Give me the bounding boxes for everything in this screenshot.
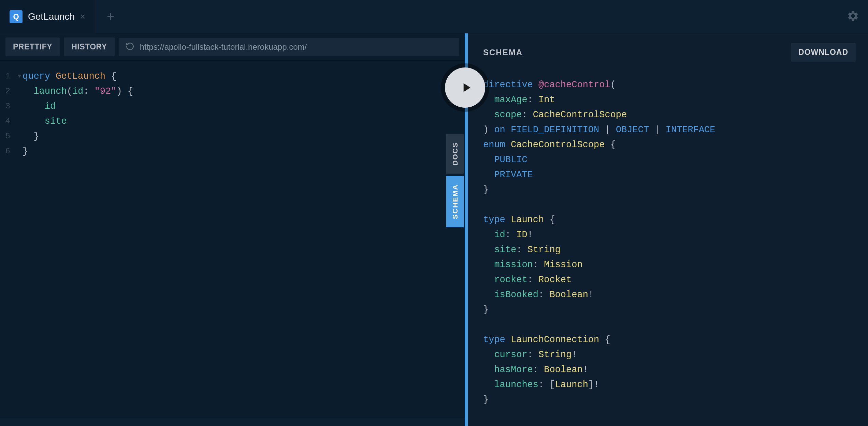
editor-line[interactable]: 3 id: [0, 99, 465, 114]
schema-line: directive @cacheControl(: [483, 77, 853, 92]
download-button[interactable]: DOWNLOAD: [791, 43, 856, 62]
fold-icon: [16, 114, 23, 129]
side-tabs: DOCS SCHEMA: [446, 134, 464, 227]
editor-column: PRETTIFY HISTORY https://apollo-fullstac…: [0, 33, 465, 426]
code: query GetLaunch {: [23, 69, 116, 84]
query-icon: Q: [10, 10, 23, 23]
schema-line: hasMore: Boolean!: [483, 362, 853, 377]
schema-line: id: ID!: [483, 227, 853, 242]
schema-line: [483, 197, 853, 212]
fold-icon: [16, 129, 23, 144]
schema-line: rocket: Rocket: [483, 272, 853, 287]
schema-line: type Launch {: [483, 212, 853, 227]
schema-line: scope: CacheControlScope: [483, 107, 853, 122]
tab-title: GetLaunch: [28, 11, 75, 22]
prettify-button[interactable]: PRETTIFY: [5, 37, 60, 56]
main: PRETTIFY HISTORY https://apollo-fullstac…: [0, 33, 868, 426]
editor-line[interactable]: 1▼query GetLaunch {: [0, 69, 465, 84]
schema-line: launches: [Launch]!: [483, 377, 853, 392]
line-number: 5: [4, 129, 16, 144]
schema-line: ) on FIELD_DEFINITION | OBJECT | INTERFA…: [483, 122, 853, 137]
schema-line: }: [483, 302, 853, 317]
line-number: 3: [4, 99, 16, 114]
schema-title: SCHEMA: [483, 48, 523, 57]
schema-line: enum CacheControlScope {: [483, 137, 853, 152]
schema-line: mission: Mission: [483, 257, 853, 272]
schema-line: type LaunchConnection {: [483, 332, 853, 347]
history-button[interactable]: HISTORY: [64, 37, 114, 56]
tab-bar: Q GetLaunch × +: [0, 0, 868, 33]
new-tab-button[interactable]: +: [95, 0, 126, 33]
url-bar[interactable]: https://apollo-fullstack-tutorial.heroku…: [119, 38, 459, 56]
fold-icon: [16, 144, 23, 159]
line-number: 6: [4, 144, 16, 159]
bottom-bar: [0, 418, 465, 426]
line-number: 4: [4, 114, 16, 129]
line-number: 2: [4, 84, 16, 99]
schema-line: isBooked: Boolean!: [483, 287, 853, 302]
fold-icon: [16, 84, 23, 99]
editor-line[interactable]: 4 site: [0, 114, 465, 129]
editor-line[interactable]: 5 }: [0, 129, 465, 144]
code: id: [23, 99, 56, 114]
schema-line: maxAge: Int: [483, 92, 853, 107]
editor-line[interactable]: 6}: [0, 144, 465, 159]
gear-icon[interactable]: [847, 10, 859, 24]
editor-line[interactable]: 2 launch(id: "92") {: [0, 84, 465, 99]
query-editor[interactable]: 1▼query GetLaunch {2 launch(id: "92") {3…: [0, 61, 465, 426]
schema-line: }: [483, 392, 853, 407]
fold-icon: [16, 99, 23, 114]
fold-icon[interactable]: ▼: [16, 69, 23, 84]
url-text: https://apollo-fullstack-tutorial.heroku…: [140, 42, 452, 52]
code: launch(id: "92") {: [23, 84, 133, 99]
schema-line: }: [483, 182, 853, 197]
toolbar: PRETTIFY HISTORY https://apollo-fullstac…: [0, 33, 465, 61]
schema-panel: DOCS SCHEMA SCHEMA DOWNLOAD directive @c…: [465, 33, 868, 426]
docs-tab[interactable]: DOCS: [446, 134, 464, 174]
code: }: [23, 144, 28, 159]
code: site: [23, 114, 67, 129]
tab-getlaunch[interactable]: Q GetLaunch ×: [0, 0, 95, 33]
schema-header: SCHEMA DOWNLOAD: [468, 33, 868, 68]
reload-icon[interactable]: [126, 42, 134, 52]
schema-line: PUBLIC: [483, 152, 853, 167]
close-tab-icon[interactable]: ×: [80, 11, 85, 22]
run-button[interactable]: [445, 67, 485, 108]
schema-tab[interactable]: SCHEMA: [446, 176, 464, 227]
line-number: 1: [4, 69, 16, 84]
schema-line: cursor: String!: [483, 347, 853, 362]
schema-body[interactable]: directive @cacheControl( maxAge: Int sco…: [468, 68, 868, 417]
schema-line: site: String: [483, 242, 853, 257]
code: }: [23, 129, 39, 144]
schema-line: [483, 317, 853, 332]
schema-line: PRIVATE: [483, 167, 853, 182]
